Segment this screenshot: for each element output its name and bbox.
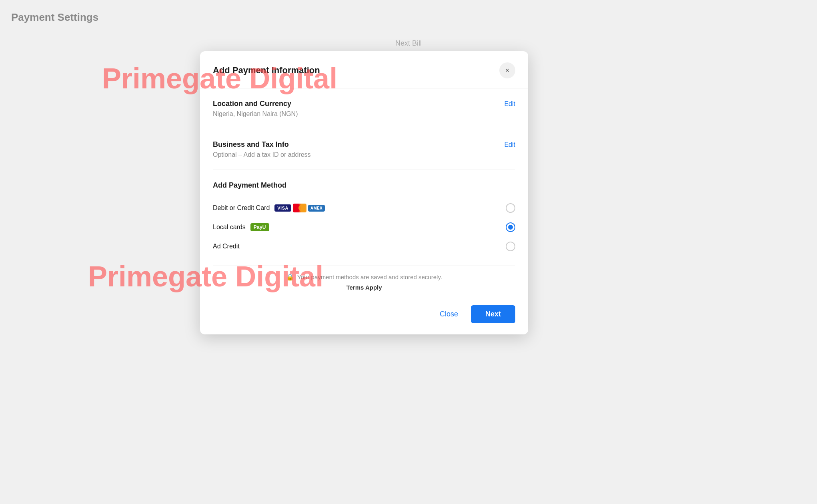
payment-method-debit-card[interactable]: Debit or Credit Card VISA AMEX [213,198,515,218]
payment-method-ad-credit[interactable]: Ad Credit [213,237,515,256]
location-currency-row: Location and Currency Nigeria, Nigerian … [213,100,515,118]
add-payment-modal: Add Payment Information × Location and C… [200,51,528,334]
security-text: Your payment methods are saved and store… [297,274,442,280]
next-button[interactable]: Next [471,305,515,323]
business-tax-row: Business and Tax Info Optional – Add a t… [213,140,515,158]
next-bill-label: Next Bill [395,39,422,48]
local-cards-radio[interactable] [506,222,515,232]
mastercard-badge [293,204,306,212]
payu-badges: PayU [250,223,269,231]
modal-footer: Close Next [200,299,528,334]
business-tax-subtitle: Optional – Add a tax ID or address [213,151,311,158]
payu-badge: PayU [250,223,269,231]
card-badges: VISA AMEX [274,204,325,212]
business-tax-title: Business and Tax Info [213,140,311,149]
close-button[interactable]: Close [433,306,465,322]
terms-apply[interactable]: Terms Apply [213,284,515,299]
business-tax-content: Business and Tax Info Optional – Add a t… [213,140,311,158]
location-currency-title: Location and Currency [213,100,298,108]
location-currency-subtitle: Nigeria, Nigerian Naira (NGN) [213,110,298,118]
debit-card-radio[interactable] [506,203,515,213]
local-cards-name: Local cards [213,224,246,231]
ad-credit-radio[interactable] [506,242,515,251]
location-currency-content: Location and Currency Nigeria, Nigerian … [213,100,298,118]
ad-credit-label-group: Ad Credit [213,243,240,250]
visa-badge: VISA [274,204,291,212]
business-edit-link[interactable]: Edit [504,141,515,148]
payment-method-local-cards[interactable]: Local cards PayU [213,218,515,237]
local-cards-label-group: Local cards PayU [213,223,269,231]
location-edit-link[interactable]: Edit [504,100,515,108]
debit-card-name: Debit or Credit Card [213,204,270,212]
modal-header: Add Payment Information × [200,51,528,88]
payment-methods-section: Add Payment Method Debit or Credit Card … [213,170,515,266]
debit-card-label-group: Debit or Credit Card VISA AMEX [213,204,325,212]
business-tax-section: Business and Tax Info Optional – Add a t… [213,129,515,170]
modal-close-x-button[interactable]: × [499,62,515,78]
modal-title: Add Payment Information [213,65,320,76]
payment-methods-title: Add Payment Method [213,181,515,190]
modal-body: Location and Currency Nigeria, Nigerian … [200,88,528,299]
lock-icon: 🔒 [286,273,294,281]
security-notice: 🔒 Your payment methods are saved and sto… [213,266,515,284]
amex-badge: AMEX [308,205,325,212]
ad-credit-name: Ad Credit [213,243,240,250]
page-title: Payment Settings [11,11,98,24]
location-currency-section: Location and Currency Nigeria, Nigerian … [213,88,515,129]
